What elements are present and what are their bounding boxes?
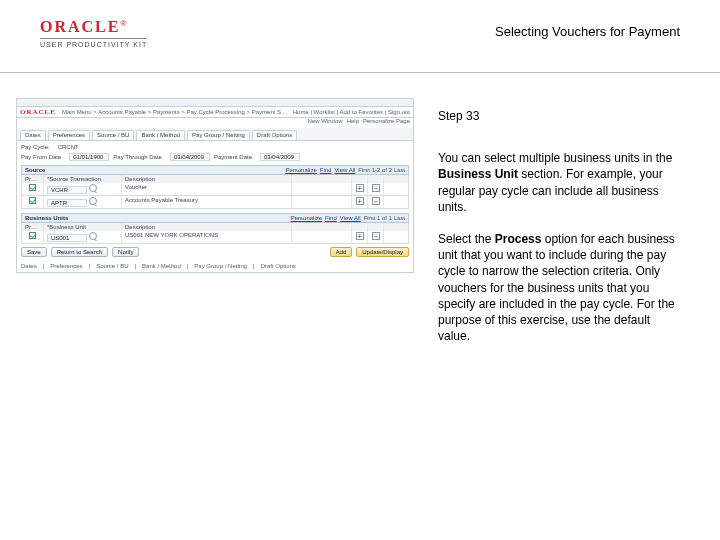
process-checkbox[interactable] <box>29 197 36 204</box>
update-button[interactable]: Update/Display <box>356 247 409 257</box>
paythru-input[interactable]: 03/04/2009 <box>170 153 210 161</box>
footer-source-bu[interactable]: Source / BU <box>96 263 128 269</box>
app-tabs: Dates Preferences Source / BU Bank / Met… <box>16 128 414 141</box>
oracle-brand: ORACLE® USER PRODUCTIVITY KIT <box>40 18 147 48</box>
payfrom-label: Pay From Date <box>21 154 61 160</box>
bu-viewall[interactable]: View All <box>340 215 361 221</box>
source-find[interactable]: Find <box>320 167 332 173</box>
step-number: Step 33 <box>438 108 680 124</box>
app-panel: Pay Cycle: CRCNT Pay From Date 01/01/190… <box>16 141 414 273</box>
p2c: option for each business unit that you w… <box>438 232 675 343</box>
brand-word: ORACLE <box>40 18 120 35</box>
bu-desc: US001 NEW YORK OPERATIONS <box>122 231 292 243</box>
subnav-help[interactable]: Help <box>347 118 359 128</box>
paythru-label: Pay Through Date <box>113 154 162 160</box>
lookup-icon[interactable] <box>89 184 97 192</box>
tab-bank-method[interactable]: Bank / Method <box>136 130 185 140</box>
breadcrumb[interactable]: Main Menu > Accounts Payable > Payments … <box>62 109 289 115</box>
page-title: Selecting Vouchers for Payment <box>495 24 680 39</box>
bu-find[interactable]: Find <box>325 215 337 221</box>
tab-paygroup-netting[interactable]: Pay Group / Netting <box>187 130 250 140</box>
brand-sub: USER PRODUCTIVITY KIT <box>40 38 147 48</box>
lookup-icon[interactable] <box>89 197 97 205</box>
add-row-icon[interactable]: + <box>356 232 364 240</box>
app-screenshot: ORACLE Main Menu > Accounts Payable > Pa… <box>0 88 420 526</box>
delete-row-icon[interactable]: − <box>372 197 380 205</box>
delete-row-icon[interactable]: − <box>372 232 380 240</box>
add-button[interactable]: Add <box>330 247 353 257</box>
source-col-trans: *Source Transaction <box>44 175 122 183</box>
app-titlebar <box>16 98 414 106</box>
paydate-input[interactable]: 03/04/2009 <box>260 153 300 161</box>
tab-draft-options[interactable]: Draft Options <box>252 130 297 140</box>
p1a: You can select multiple business units i… <box>438 151 672 165</box>
bu-col-unit: *Business Unit <box>44 223 122 231</box>
instruction-p1: You can select multiple business units i… <box>438 150 680 215</box>
bu-grid-header: Process *Business Unit Description <box>21 223 409 231</box>
p1b: Business Unit <box>438 167 518 181</box>
source-desc: Voucher <box>122 183 292 195</box>
process-checkbox[interactable] <box>29 184 36 191</box>
footer-bank-method[interactable]: Bank / Method <box>142 263 181 269</box>
footer-paygroup-netting[interactable]: Pay Group / Netting <box>194 263 247 269</box>
add-row-icon[interactable]: + <box>356 197 364 205</box>
payfrom-input[interactable]: 01/01/1900 <box>69 153 109 161</box>
subnav-personalize[interactable]: Personalize Page <box>363 118 410 128</box>
instruction-p2: Select the Process option for each busin… <box>438 231 680 344</box>
source-trans-input[interactable]: VCHR <box>47 186 87 194</box>
tab-source-bu[interactable]: Source / BU <box>92 130 134 140</box>
instruction-panel: Step 33 You can select multiple business… <box>420 88 686 526</box>
source-col-desc: Description <box>122 175 292 183</box>
source-viewall[interactable]: View All <box>334 167 355 173</box>
bu-col-desc: Description <box>122 223 292 231</box>
source-col-process: Process <box>22 175 44 183</box>
tab-preferences[interactable]: Preferences <box>48 130 90 140</box>
source-gridbar: Source Personalize Find View All First 1… <box>21 165 409 175</box>
button-row: Save Return to Search Notify Add Update/… <box>21 244 409 257</box>
bu-title: Business Units <box>25 215 68 221</box>
table-row: APTR Accounts Payable Treasury + − <box>21 196 409 209</box>
app-brand-mini: ORACLE <box>20 108 56 116</box>
source-trans-input[interactable]: APTR <box>47 199 87 207</box>
footer-dates[interactable]: Dates <box>21 263 37 269</box>
paycycle-value: CRCNT <box>58 144 79 150</box>
p2b: Process <box>495 232 542 246</box>
app-footer-links: Dates | Preferences | Source / BU | Bank… <box>21 263 409 269</box>
process-checkbox[interactable] <box>29 232 36 239</box>
bu-gridbar: Business Units Personalize Find View All… <box>21 213 409 223</box>
save-button[interactable]: Save <box>21 247 47 257</box>
return-button[interactable]: Return to Search <box>51 247 108 257</box>
footer-preferences[interactable]: Preferences <box>50 263 82 269</box>
app-navbar: ORACLE Main Menu > Accounts Payable > Pa… <box>16 106 414 118</box>
footer-draft-options[interactable]: Draft Options <box>261 263 296 269</box>
bu-personalize[interactable]: Personalize <box>291 215 322 221</box>
source-title: Source <box>25 167 45 173</box>
table-row: US001 US001 NEW YORK OPERATIONS + − <box>21 231 409 244</box>
table-row: VCHR Voucher + − <box>21 183 409 196</box>
bu-range: First 1 of 1 Last <box>364 215 405 221</box>
add-row-icon[interactable]: + <box>356 184 364 192</box>
bu-input[interactable]: US001 <box>47 234 87 242</box>
source-desc: Accounts Payable Treasury <box>122 196 292 208</box>
source-range: First 1-2 of 2 Last <box>358 167 405 173</box>
subnav-new-window[interactable]: New Window <box>308 118 343 128</box>
paydate-label: Payment Date <box>214 154 252 160</box>
app-top-links[interactable]: Home | Worklist | Add to Favorites | Sig… <box>293 109 410 115</box>
app-subnav: New Window Help Personalize Page <box>16 118 414 128</box>
notify-button[interactable]: Notify <box>112 247 139 257</box>
reg-mark: ® <box>120 19 126 28</box>
header-divider <box>0 72 720 73</box>
bu-col-process: Process <box>22 223 44 231</box>
paycycle-label: Pay Cycle: <box>21 144 50 150</box>
delete-row-icon[interactable]: − <box>372 184 380 192</box>
p2a: Select the <box>438 232 495 246</box>
source-personalize[interactable]: Personalize <box>285 167 316 173</box>
lookup-icon[interactable] <box>89 232 97 240</box>
tab-dates[interactable]: Dates <box>20 130 46 140</box>
source-grid-header: Process *Source Transaction Description <box>21 175 409 183</box>
